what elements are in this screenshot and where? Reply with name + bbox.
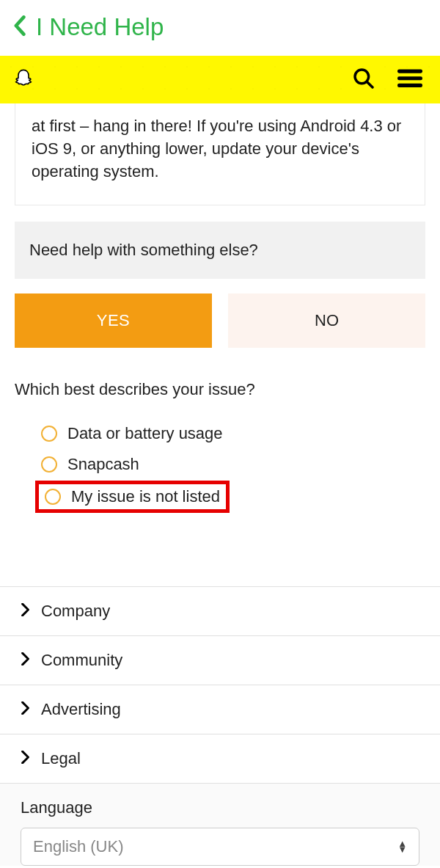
menu-icon[interactable] [397,69,422,91]
issue-question: Which best describes your issue? [15,380,425,399]
language-value: English (UK) [33,837,123,856]
svg-rect-4 [397,83,422,87]
svg-rect-3 [397,76,422,80]
page-title: I Need Help [36,13,164,41]
radio-icon [41,456,57,473]
radio-icon [45,489,61,505]
help-text: at first – hang in there! If you're usin… [15,103,425,205]
chevron-right-icon [21,749,29,768]
radio-list: Data or battery usage Snapcash My issue … [15,418,425,513]
button-row: YES NO [15,293,425,348]
highlight-annotation: My issue is not listed [35,481,230,513]
footer-label: Community [41,651,122,670]
footer-label: Company [41,602,110,621]
footer-item-advertising[interactable]: Advertising [0,685,440,734]
radio-option-snapcash[interactable]: Snapcash [41,449,425,480]
language-select[interactable]: English (UK) ▲▼ [21,828,419,866]
footer: Company Community Advertising Legal Lang… [0,586,440,866]
radio-label: Data or battery usage [67,424,223,443]
language-block: Language English (UK) ▲▼ [0,783,440,866]
chevron-right-icon [21,700,29,719]
footer-label: Legal [41,749,81,768]
no-button[interactable]: NO [228,293,425,348]
footer-item-company[interactable]: Company [0,586,440,635]
chevron-right-icon [21,602,29,621]
footer-label: Advertising [41,700,121,719]
svg-rect-2 [397,69,422,73]
language-label: Language [21,798,419,817]
back-icon[interactable] [13,15,26,39]
ghost-logo-icon [13,68,34,92]
prompt-box: Need help with something else? [15,222,425,279]
select-arrows-icon: ▲▼ [397,841,407,853]
radio-icon [41,426,57,442]
radio-label: My issue is not listed [71,487,220,506]
search-icon[interactable] [352,67,375,93]
svg-line-1 [367,81,373,87]
radio-option-data-battery[interactable]: Data or battery usage [41,418,425,449]
yes-button[interactable]: YES [15,293,212,348]
footer-item-legal[interactable]: Legal [0,734,440,783]
radio-option-not-listed[interactable]: My issue is not listed [45,487,220,506]
radio-label: Snapcash [67,455,139,474]
brand-bar [0,56,440,103]
top-nav: I Need Help [0,0,440,56]
footer-item-community[interactable]: Community [0,635,440,685]
chevron-right-icon [21,651,29,670]
